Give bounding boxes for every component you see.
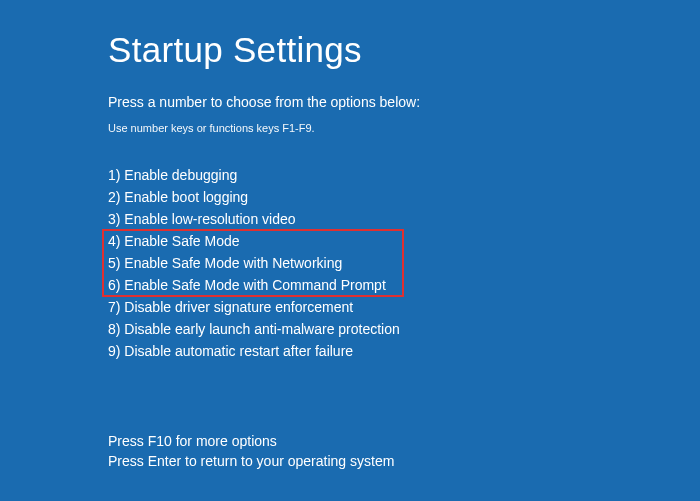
option-9-disable-auto-restart[interactable]: 9) Disable automatic restart after failu… bbox=[108, 340, 700, 362]
hint-text: Use number keys or functions keys F1-F9. bbox=[108, 122, 700, 134]
option-7-disable-driver-signature[interactable]: 7) Disable driver signature enforcement bbox=[108, 296, 700, 318]
subtitle: Press a number to choose from the option… bbox=[108, 94, 700, 110]
option-3-low-res-video[interactable]: 3) Enable low-resolution video bbox=[108, 208, 700, 230]
options-list: 1) Enable debugging 2) Enable boot loggi… bbox=[108, 164, 700, 362]
page-title: Startup Settings bbox=[108, 30, 700, 70]
startup-settings-screen: Startup Settings Press a number to choos… bbox=[0, 0, 700, 362]
footer-more-options: Press F10 for more options bbox=[108, 431, 394, 451]
option-4-safe-mode[interactable]: 4) Enable Safe Mode bbox=[108, 230, 700, 252]
option-1-debugging[interactable]: 1) Enable debugging bbox=[108, 164, 700, 186]
option-8-disable-anti-malware[interactable]: 8) Disable early launch anti-malware pro… bbox=[108, 318, 700, 340]
option-6-safe-mode-command-prompt[interactable]: 6) Enable Safe Mode with Command Prompt bbox=[108, 274, 700, 296]
footer-return: Press Enter to return to your operating … bbox=[108, 451, 394, 471]
footer: Press F10 for more options Press Enter t… bbox=[108, 431, 394, 471]
option-5-safe-mode-networking[interactable]: 5) Enable Safe Mode with Networking bbox=[108, 252, 700, 274]
option-2-boot-logging[interactable]: 2) Enable boot logging bbox=[108, 186, 700, 208]
